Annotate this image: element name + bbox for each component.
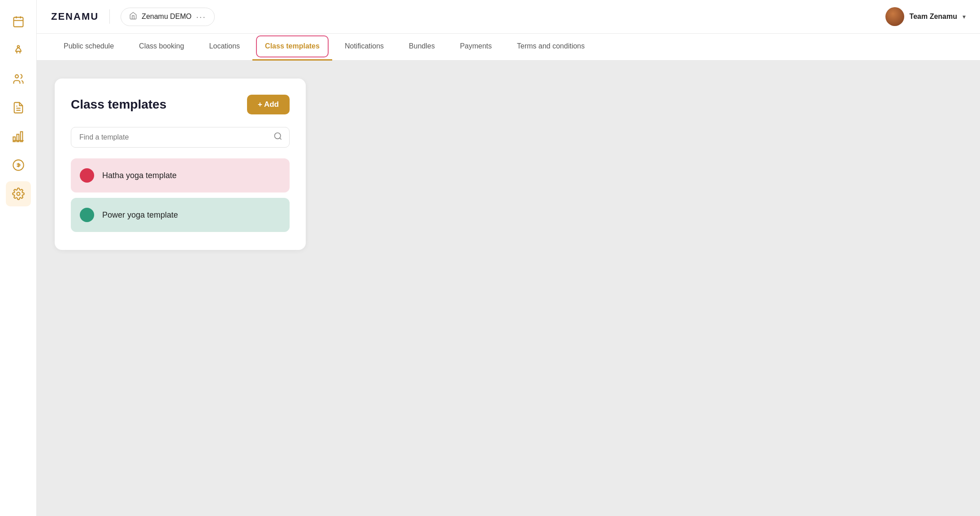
search-icon: [273, 132, 282, 143]
svg-point-17: [275, 133, 281, 139]
main-area: ZENAMU Zenamu DEMO ··· Team Zenamu ▾ Pub…: [37, 0, 980, 516]
search-box: [71, 127, 290, 148]
add-template-button[interactable]: + Add: [247, 95, 290, 114]
search-input[interactable]: [71, 127, 290, 148]
tab-class-booking[interactable]: Class booking: [126, 34, 197, 61]
card-title: Class templates: [71, 97, 166, 112]
tab-notifications[interactable]: Notifications: [332, 34, 396, 61]
template-item-power[interactable]: Power yoga template: [71, 198, 290, 232]
sidebar-item-analytics[interactable]: [6, 124, 31, 149]
user-menu[interactable]: Team Zenamu ▾: [885, 7, 966, 26]
avatar: [885, 7, 904, 26]
app-logo: ZENAMU: [51, 11, 99, 22]
template-label-power: Power yoga template: [102, 210, 178, 220]
user-name: Team Zenamu: [910, 13, 957, 21]
tab-payments[interactable]: Payments: [447, 34, 504, 61]
tab-class-templates[interactable]: Class templates: [252, 34, 332, 61]
user-chevron-icon: ▾: [963, 13, 966, 20]
sidebar-item-settings[interactable]: [6, 181, 31, 206]
sidebar-item-reports[interactable]: [6, 95, 31, 120]
sidebar-item-billing[interactable]: [6, 153, 31, 178]
tab-terms[interactable]: Terms and conditions: [504, 34, 597, 61]
svg-line-18: [280, 138, 282, 140]
workspace-icon: [129, 12, 137, 22]
sidebar-item-classes[interactable]: [6, 38, 31, 63]
template-list: Hatha yoga template Power yoga template: [71, 158, 290, 232]
template-item-hatha[interactable]: Hatha yoga template: [71, 158, 290, 192]
tab-locations[interactable]: Locations: [197, 34, 253, 61]
tab-bundles[interactable]: Bundles: [396, 34, 447, 61]
card-header: Class templates + Add: [71, 95, 290, 114]
content-area: Class templates + Add Hatha yoga templat…: [37, 61, 980, 516]
workspace-name: Zenamu DEMO: [142, 13, 191, 21]
svg-rect-0: [13, 17, 23, 27]
template-label-hatha: Hatha yoga template: [102, 171, 177, 180]
svg-point-16: [17, 192, 20, 196]
workspace-button[interactable]: Zenamu DEMO ···: [121, 8, 215, 26]
template-dot-power: [80, 208, 94, 222]
nav-tabs: Public schedule Class booking Locations …: [37, 34, 980, 61]
template-dot-hatha: [80, 168, 94, 183]
workspace-menu-icon[interactable]: ···: [196, 12, 206, 22]
sidebar: [0, 0, 37, 516]
topbar-divider: [109, 9, 110, 24]
sidebar-item-people[interactable]: [6, 66, 31, 92]
topbar: ZENAMU Zenamu DEMO ··· Team Zenamu ▾: [37, 0, 980, 34]
tab-public-schedule[interactable]: Public schedule: [51, 34, 126, 61]
class-templates-card: Class templates + Add Hatha yoga templat…: [55, 79, 306, 250]
sidebar-item-calendar[interactable]: [6, 9, 31, 34]
svg-point-7: [15, 75, 18, 78]
